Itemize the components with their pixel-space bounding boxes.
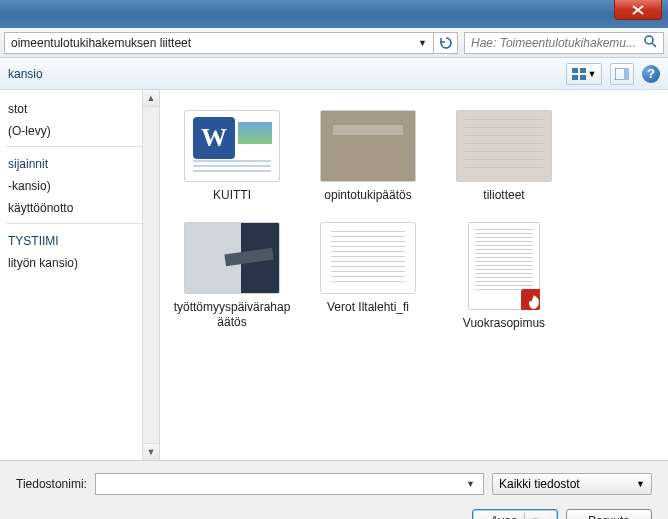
chevron-down-icon: ▼: [636, 479, 645, 489]
file-item[interactable]: tiliotteet: [440, 106, 568, 206]
filename-field[interactable]: ▼: [95, 473, 484, 495]
help-icon: ?: [647, 66, 655, 81]
file-label: Vuokrasopimus: [463, 316, 545, 330]
navigation-sidebar: stot(O-levy)sijainnit-kansio)käyttöönott…: [0, 90, 160, 460]
search-input[interactable]: [471, 36, 639, 50]
main-area: stot(O-levy)sijainnit-kansio)käyttöönott…: [0, 90, 668, 460]
refresh-button[interactable]: [434, 32, 458, 54]
sidebar-scrollbar[interactable]: ▲ ▼: [142, 90, 159, 460]
thumbnails-icon: [572, 68, 586, 80]
search-box[interactable]: [464, 32, 664, 54]
svg-rect-7: [624, 68, 629, 80]
filename-label: Tiedostonimi:: [16, 477, 87, 491]
breadcrumb-dropdown-icon[interactable]: ▼: [418, 38, 427, 48]
filename-input[interactable]: [100, 477, 462, 491]
svg-rect-4: [572, 75, 578, 80]
close-icon: [632, 5, 644, 15]
file-type-filter-label: Kaikki tiedostot: [499, 477, 580, 491]
file-item[interactable]: Vuokrasopimus: [440, 218, 568, 334]
scroll-down-icon[interactable]: ▼: [143, 443, 159, 460]
preview-pane-button[interactable]: [610, 63, 634, 85]
image-thumbnail-icon: [320, 110, 416, 182]
file-label: työttömyyspäivärahapäätös: [172, 300, 292, 329]
svg-rect-3: [580, 68, 586, 73]
svg-line-1: [652, 43, 656, 47]
sidebar-separator: [6, 223, 153, 224]
cancel-button-label: Peruuta: [588, 514, 630, 519]
sidebar-item[interactable]: stot: [0, 98, 159, 120]
sidebar-separator: [6, 146, 153, 147]
scroll-up-icon[interactable]: ▲: [143, 90, 159, 107]
file-item[interactable]: opintotukipäätös: [304, 106, 432, 206]
image-thumbnail-icon: [456, 110, 552, 182]
pdf-document-icon: [468, 222, 540, 310]
open-button-label: Avaa: [490, 514, 517, 519]
search-icon[interactable]: [643, 34, 657, 51]
file-item[interactable]: Verot Iltalehti_fi: [304, 218, 432, 334]
file-list-area[interactable]: WKUITTIopintotukipäätöstiliotteettyöttöm…: [160, 90, 668, 460]
sidebar-item[interactable]: lityön kansio): [0, 252, 159, 274]
svg-rect-5: [580, 75, 586, 80]
file-type-filter[interactable]: Kaikki tiedostot ▼: [492, 473, 652, 495]
file-label: Verot Iltalehti_fi: [327, 300, 409, 314]
word-document-icon: W: [184, 110, 280, 182]
dialog-footer: Tiedostonimi: ▼ Kaikki tiedostot ▼ Avaa …: [0, 460, 668, 519]
svg-point-0: [645, 36, 653, 44]
file-label: tiliotteet: [483, 188, 524, 202]
sidebar-item[interactable]: sijainnit: [0, 153, 159, 175]
preview-pane-icon: [615, 68, 629, 80]
sidebar-item[interactable]: käyttöönotto: [0, 197, 159, 219]
sidebar-item[interactable]: -kansio): [0, 175, 159, 197]
file-label: KUITTI: [213, 188, 251, 202]
chevron-down-icon: ▼: [588, 69, 597, 79]
new-folder-button[interactable]: kansio: [8, 67, 43, 81]
help-button[interactable]: ?: [642, 65, 660, 83]
file-item[interactable]: WKUITTI: [168, 106, 296, 206]
close-button[interactable]: [614, 0, 662, 20]
svg-rect-2: [572, 68, 578, 73]
sidebar-item[interactable]: TYSTIIMI: [0, 230, 159, 252]
image-thumbnail-icon: [184, 222, 280, 294]
cancel-button[interactable]: Peruuta: [566, 509, 652, 519]
text-document-icon: [320, 222, 416, 294]
breadcrumb-text: oimeentulotukihakemuksen liitteet: [11, 36, 191, 50]
refresh-icon: [439, 36, 453, 50]
address-bar: oimeentulotukihakemuksen liitteet ▼: [0, 28, 668, 58]
toolbar: kansio ▼ ?: [0, 58, 668, 90]
open-button[interactable]: Avaa ▼: [472, 509, 558, 519]
window-titlebar: [0, 0, 668, 28]
file-item[interactable]: työttömyyspäivärahapäätös: [168, 218, 296, 334]
filename-dropdown-icon[interactable]: ▼: [462, 479, 479, 489]
sidebar-item[interactable]: (O-levy): [0, 120, 159, 142]
file-label: opintotukipäätös: [324, 188, 411, 202]
view-mode-button[interactable]: ▼: [566, 63, 602, 85]
breadcrumb[interactable]: oimeentulotukihakemuksen liitteet ▼: [4, 32, 434, 54]
